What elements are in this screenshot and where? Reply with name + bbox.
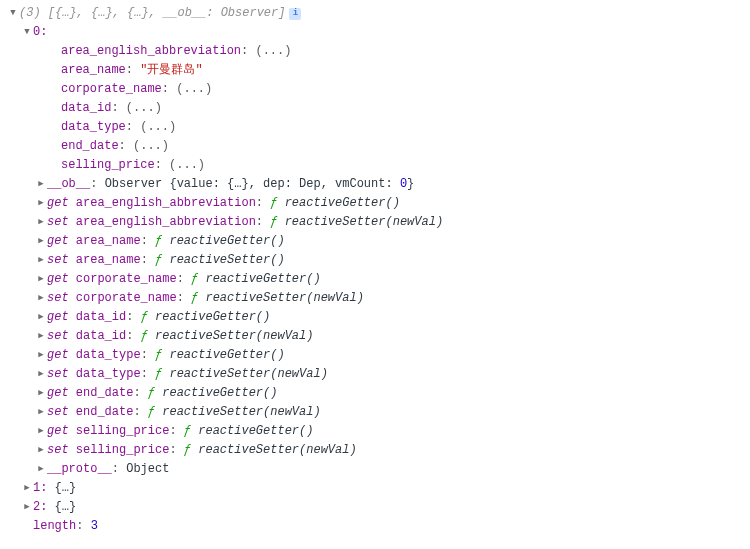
accessor-signature: reactiveSetter(newVal) [162,403,320,422]
prop-data-id[interactable]: data_id: (...) [8,99,750,118]
prop-end-date[interactable]: end_date: (...) [8,137,750,156]
collapse-arrow-icon[interactable]: ▶ [36,194,46,213]
prop-proto[interactable]: ▶ __proto__: Object [8,460,750,479]
accessor-get-corporate_name[interactable]: ▶get corporate_name: ƒ reactiveGetter() [8,270,750,289]
function-icon: ƒ [191,289,205,308]
accessor-signature: reactiveSetter() [169,251,284,270]
accessor-set-corporate_name[interactable]: ▶set corporate_name: ƒ reactiveSetter(ne… [8,289,750,308]
accessor-set-area_english_abbreviation[interactable]: ▶set area_english_abbreviation: ƒ reacti… [8,213,750,232]
function-icon: ƒ [191,270,205,289]
accessor-signature: reactiveSetter(newVal) [198,441,356,460]
collapse-arrow-icon[interactable]: ▶ [22,498,32,517]
collapse-arrow-icon[interactable]: ▶ [36,327,46,346]
accessor-keyword: get [47,422,76,441]
function-icon: ƒ [184,422,198,441]
accessor-name: data_id [76,308,126,327]
index-label: 0: [33,23,47,42]
collapse-arrow-icon[interactable]: ▶ [36,213,46,232]
accessor-set-end_date[interactable]: ▶set end_date: ƒ reactiveSetter(newVal) [8,403,750,422]
array-item-1[interactable]: ▶ 1: {…} [8,479,750,498]
function-icon: ƒ [270,213,284,232]
collapse-arrow-icon[interactable]: ▶ [36,403,46,422]
accessor-get-area_name[interactable]: ▶get area_name: ƒ reactiveGetter() [8,232,750,251]
accessor-name: data_type [76,365,141,384]
function-icon: ƒ [155,346,169,365]
accessor-name: data_type [76,346,141,365]
accessor-signature: reactiveGetter() [198,422,313,441]
accessor-name: corporate_name [76,289,177,308]
accessor-keyword: set [47,365,76,384]
array-item-0[interactable]: ▼ 0: [8,23,750,42]
collapse-arrow-icon[interactable]: ▶ [36,308,46,327]
prop-length[interactable]: length: 3 [8,517,750,536]
accessor-name: end_date [76,384,134,403]
accessor-signature: reactiveGetter() [205,270,320,289]
array-count: (3) [19,4,41,23]
accessor-name: area_name [76,251,141,270]
collapse-arrow-icon[interactable]: ▶ [36,365,46,384]
collapse-arrow-icon[interactable]: ▶ [36,270,46,289]
accessor-set-data_type[interactable]: ▶set data_type: ƒ reactiveSetter(newVal) [8,365,750,384]
function-icon: ƒ [270,194,284,213]
collapse-arrow-icon[interactable]: ▶ [22,479,32,498]
collapse-arrow-icon[interactable]: ▶ [36,460,46,479]
function-icon: ƒ [155,365,169,384]
function-icon: ƒ [148,384,162,403]
prop-ob[interactable]: ▶ __ob__: Observer {value: {…}, dep: Dep… [8,175,750,194]
prop-area-name[interactable]: area_name: "开曼群岛" [8,61,750,80]
accessor-signature: reactiveGetter() [169,232,284,251]
accessor-name: area_english_abbreviation [76,194,256,213]
console-object-tree: ▼ (3) [{…}, {…}, {…}, __ob__: Observer] … [0,0,750,536]
collapse-arrow-icon[interactable]: ▶ [36,232,46,251]
accessor-name: area_name [76,232,141,251]
prop-selling-price[interactable]: selling_price: (...) [8,156,750,175]
accessor-signature: reactiveGetter() [169,346,284,365]
collapse-arrow-icon[interactable]: ▶ [36,251,46,270]
accessor-set-selling_price[interactable]: ▶set selling_price: ƒ reactiveSetter(new… [8,441,750,460]
accessor-get-selling_price[interactable]: ▶get selling_price: ƒ reactiveGetter() [8,422,750,441]
accessor-set-data_id[interactable]: ▶set data_id: ƒ reactiveSetter(newVal) [8,327,750,346]
prop-area-english-abbreviation[interactable]: area_english_abbreviation: (...) [8,42,750,61]
function-icon: ƒ [148,403,162,422]
accessor-keyword: get [47,346,76,365]
accessor-keyword: set [47,289,76,308]
collapse-arrow-icon[interactable]: ▶ [36,346,46,365]
accessor-keyword: set [47,441,76,460]
prop-corporate-name[interactable]: corporate_name: (...) [8,80,750,99]
accessor-signature: reactiveSetter(newVal) [155,327,313,346]
accessor-get-area_english_abbreviation[interactable]: ▶get area_english_abbreviation: ƒ reacti… [8,194,750,213]
accessor-name: data_id [76,327,126,346]
collapse-arrow-icon[interactable]: ▶ [36,175,46,194]
accessor-keyword: set [47,251,76,270]
accessor-signature: reactiveSetter(newVal) [285,213,443,232]
accessor-signature: reactiveSetter(newVal) [169,365,327,384]
collapse-arrow-icon[interactable]: ▶ [36,384,46,403]
accessor-keyword: get [47,232,76,251]
accessor-keyword: set [47,403,76,422]
function-icon: ƒ [141,308,155,327]
accessor-get-data_id[interactable]: ▶get data_id: ƒ reactiveGetter() [8,308,750,327]
info-icon[interactable]: i [289,8,301,20]
collapse-arrow-icon[interactable]: ▶ [36,441,46,460]
accessor-name: area_english_abbreviation [76,213,256,232]
accessor-signature: reactiveGetter() [162,384,277,403]
accessor-signature: reactiveGetter() [285,194,400,213]
array-item-2[interactable]: ▶ 2: {…} [8,498,750,517]
function-icon: ƒ [155,232,169,251]
function-icon: ƒ [141,327,155,346]
array-summary-row[interactable]: ▼ (3) [{…}, {…}, {…}, __ob__: Observer] … [8,4,750,23]
accessor-keyword: get [47,384,76,403]
accessor-signature: reactiveSetter(newVal) [205,289,363,308]
accessor-name: end_date [76,403,134,422]
accessor-get-end_date[interactable]: ▶get end_date: ƒ reactiveGetter() [8,384,750,403]
expand-arrow-icon[interactable]: ▼ [22,23,32,42]
accessor-keyword: get [47,194,76,213]
collapse-arrow-icon[interactable]: ▶ [36,422,46,441]
accessor-set-area_name[interactable]: ▶set area_name: ƒ reactiveSetter() [8,251,750,270]
accessor-keyword: set [47,213,76,232]
prop-data-type[interactable]: data_type: (...) [8,118,750,137]
expand-arrow-icon[interactable]: ▼ [8,4,18,23]
collapse-arrow-icon[interactable]: ▶ [36,289,46,308]
accessor-get-data_type[interactable]: ▶get data_type: ƒ reactiveGetter() [8,346,750,365]
accessor-name: corporate_name [76,270,177,289]
